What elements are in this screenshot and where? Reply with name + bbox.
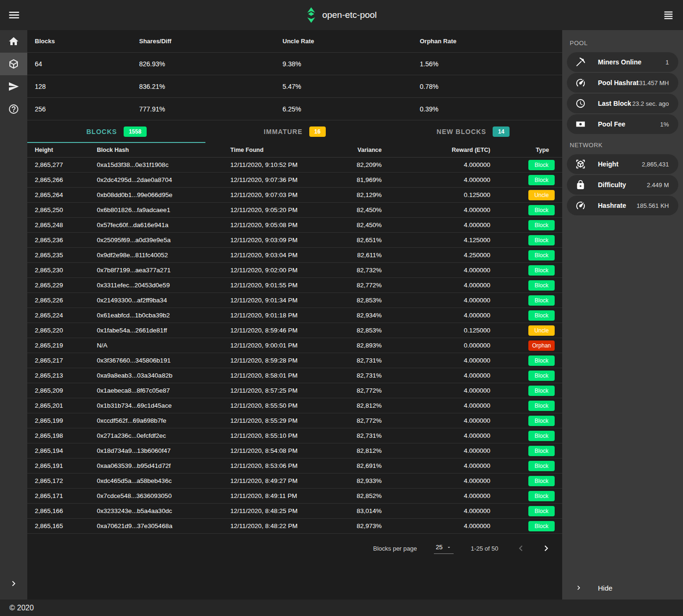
block-hash: N/A bbox=[97, 342, 230, 349]
block-time-found: 12/11/2020, 8:59:46 PM bbox=[230, 327, 356, 334]
block-time-found: 12/11/2020, 9:03:04 PM bbox=[230, 252, 356, 259]
block-variance: 81,969% bbox=[356, 176, 382, 183]
block-hash: 0xa15d3f38...0e31f1908c bbox=[97, 161, 230, 168]
block-hash: 0x18d734a9...13b6060f47 bbox=[97, 447, 230, 454]
block-height: 2,865,217 bbox=[35, 357, 97, 364]
stats-header-uncle-rate: Uncle Rate bbox=[283, 38, 420, 45]
block-reward: 4.000000 bbox=[382, 432, 490, 439]
menu-icon[interactable] bbox=[8, 8, 21, 22]
block-type-badge: Block bbox=[528, 250, 555, 261]
nav-item-payments[interactable] bbox=[0, 75, 27, 98]
block-type-badge: Orphan bbox=[528, 340, 555, 351]
block-reward: 4.000000 bbox=[382, 387, 490, 394]
block-height: 2,865,226 bbox=[35, 297, 97, 304]
block-height: 2,865,209 bbox=[35, 387, 97, 394]
block-time-found: 12/11/2020, 8:53:06 PM bbox=[230, 462, 356, 469]
last-block-found-value: 23.2 sec. ago bbox=[632, 100, 669, 107]
left-nav-rail bbox=[0, 30, 27, 600]
block-row: 2,865,226 0x21493300...af2ff9ba34 12/11/… bbox=[27, 293, 562, 308]
block-reward: 4.250000 bbox=[382, 252, 490, 259]
block-row: 2,865,277 0xa15d3f38...0e31f1908c 12/11/… bbox=[27, 158, 562, 173]
block-height: 2,865,219 bbox=[35, 342, 97, 349]
cube-scan-icon bbox=[575, 159, 586, 169]
block-reward: 4.000000 bbox=[382, 312, 490, 319]
block-row: 2,865,194 0x18d734a9...13b6060f47 12/11/… bbox=[27, 443, 562, 458]
nav-item-home[interactable] bbox=[0, 30, 27, 53]
nav-item-blocks[interactable] bbox=[0, 53, 27, 75]
block-type-badge: Block bbox=[528, 506, 555, 516]
tab-blocks[interactable]: BLOCKS 1558 bbox=[27, 120, 205, 143]
lock-icon bbox=[575, 180, 586, 190]
block-reward: 4.000000 bbox=[382, 357, 490, 364]
tab-immature[interactable]: IMMATURE 16 bbox=[205, 120, 384, 143]
block-type-badge: Block bbox=[528, 235, 555, 245]
block-reward: 4.000000 bbox=[382, 402, 490, 409]
nav-item-help[interactable] bbox=[0, 98, 27, 120]
block-row: 2,865,266 0x2dc4295d...2dae0a8704 12/11/… bbox=[27, 173, 562, 188]
stats-header-blocks: Blocks bbox=[35, 38, 139, 45]
block-hash: 0x1fabe54a...2661de81ff bbox=[97, 327, 230, 334]
send-payments-icon bbox=[8, 81, 19, 92]
page-nav bbox=[515, 543, 552, 554]
block-type-badge: Block bbox=[528, 265, 555, 276]
previous-page-icon[interactable] bbox=[515, 543, 526, 554]
block-variance: 82,812% bbox=[356, 402, 382, 409]
block-height: 2,865,165 bbox=[35, 522, 97, 529]
stats-header-orphan-rate: Orphan Rate bbox=[420, 38, 555, 45]
block-variance: 82,772% bbox=[356, 417, 382, 424]
copyright-label: © 2020 bbox=[9, 604, 34, 612]
block-hash: 0x271a236c...0efcfdf2ec bbox=[97, 432, 230, 439]
block-row: 2,865,220 0x1fabe54a...2661de81ff 12/11/… bbox=[27, 323, 562, 338]
block-height: 2,865,229 bbox=[35, 282, 97, 289]
block-time-found: 12/11/2020, 8:55:50 PM bbox=[230, 402, 356, 409]
block-variance: 82,611% bbox=[356, 252, 382, 259]
block-reward: 4.000000 bbox=[382, 297, 490, 304]
tab-immature-label: IMMATURE bbox=[264, 128, 302, 135]
block-row: 2,865,217 0x3f367660...345806b191 12/11/… bbox=[27, 353, 562, 368]
block-type-badge: Uncle bbox=[528, 190, 555, 200]
tab-blocks-count-badge: 1558 bbox=[124, 126, 147, 137]
tab-new-blocks[interactable]: NEW BLOCKS 14 bbox=[384, 120, 562, 143]
next-page-icon[interactable] bbox=[541, 543, 552, 554]
block-time-found: 12/11/2020, 9:00:01 PM bbox=[230, 342, 356, 349]
blocks-table-header: Height Block Hash Time Found Variance Re… bbox=[27, 143, 562, 158]
pool-section-label: POOL bbox=[562, 33, 683, 51]
brand: open-etc-pool bbox=[0, 7, 683, 23]
block-hash: 0xa9a8eab3...03a340a82b bbox=[97, 372, 230, 379]
block-type-badge: Block bbox=[528, 355, 555, 366]
block-variance: 83,014% bbox=[356, 507, 382, 514]
block-type-badge: Uncle bbox=[528, 325, 555, 336]
block-height: 2,865,213 bbox=[35, 372, 97, 379]
block-hash: 0x9df2e98e...811fc40052 bbox=[97, 252, 230, 259]
col-header-height: Height bbox=[35, 147, 97, 153]
block-height: 2,865,198 bbox=[35, 432, 97, 439]
col-header-hash: Block Hash bbox=[97, 147, 230, 153]
stats-orphan-rate: 0.39% bbox=[420, 105, 555, 113]
block-variance: 82,933% bbox=[356, 477, 382, 484]
hide-label: Hide bbox=[598, 584, 612, 592]
page-size-select[interactable]: 25 bbox=[434, 543, 454, 554]
nav-expand-button[interactable] bbox=[0, 572, 27, 595]
block-time-found: 12/11/2020, 9:05:08 PM bbox=[230, 221, 356, 229]
block-hash: 0x7cdce548...3636093050 bbox=[97, 492, 230, 499]
block-row: 2,865,166 0x3233243e...b5a4aa30dc 12/11/… bbox=[27, 504, 562, 519]
block-reward: 4.000000 bbox=[382, 221, 490, 229]
app-title: open-etc-pool bbox=[322, 10, 377, 20]
network-hashrate-label: Hashrate bbox=[598, 202, 626, 209]
col-header-variance: Variance bbox=[356, 147, 382, 153]
stats-uncle-rate: 6.25% bbox=[283, 105, 420, 113]
block-reward: 4.125000 bbox=[382, 237, 490, 244]
pagination-bar: Blocks per page 25 1-25 of 50 bbox=[27, 534, 562, 563]
block-hash: 0xccdf562f...69a698b7fe bbox=[97, 417, 230, 424]
block-row: 2,865,209 0x1aebeca8...8f67c05e87 12/11/… bbox=[27, 383, 562, 398]
block-type-badge: Block bbox=[528, 371, 555, 381]
network-hashrate-stat: Hashrate 185.561 KH bbox=[567, 196, 678, 215]
right-menu-icon[interactable] bbox=[662, 9, 675, 21]
network-difficulty-value: 2.449 M bbox=[647, 182, 669, 189]
blocks-per-page-label: Blocks per page bbox=[373, 545, 417, 552]
stats-orphan-rate: 0.78% bbox=[420, 83, 555, 90]
block-variance: 82,129% bbox=[356, 191, 382, 198]
block-row: 2,865,230 0x7b8f7199...aea377a271 12/11/… bbox=[27, 263, 562, 278]
hide-sidebar-button[interactable]: Hide bbox=[562, 584, 612, 592]
block-time-found: 12/11/2020, 8:59:28 PM bbox=[230, 357, 356, 364]
